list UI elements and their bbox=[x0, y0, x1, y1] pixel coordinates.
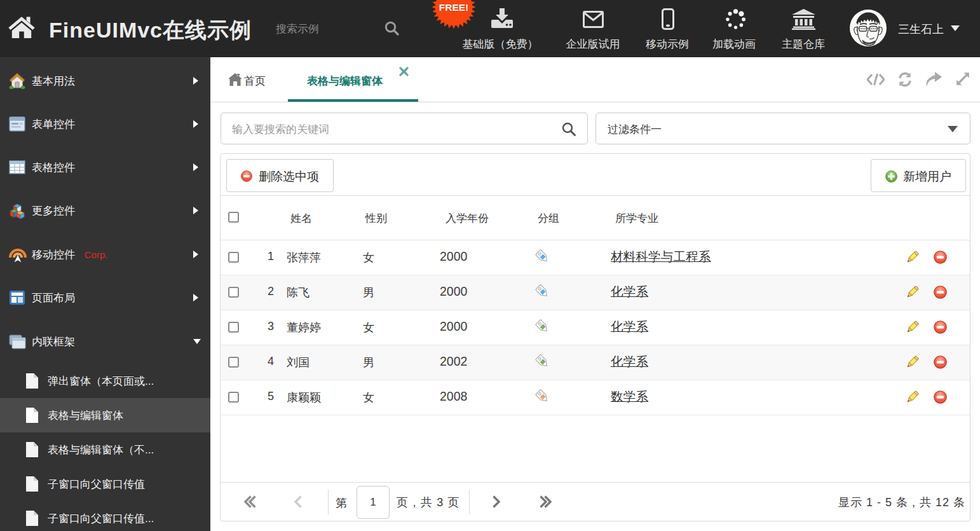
svg-text:FREE!: FREE! bbox=[439, 2, 469, 13]
